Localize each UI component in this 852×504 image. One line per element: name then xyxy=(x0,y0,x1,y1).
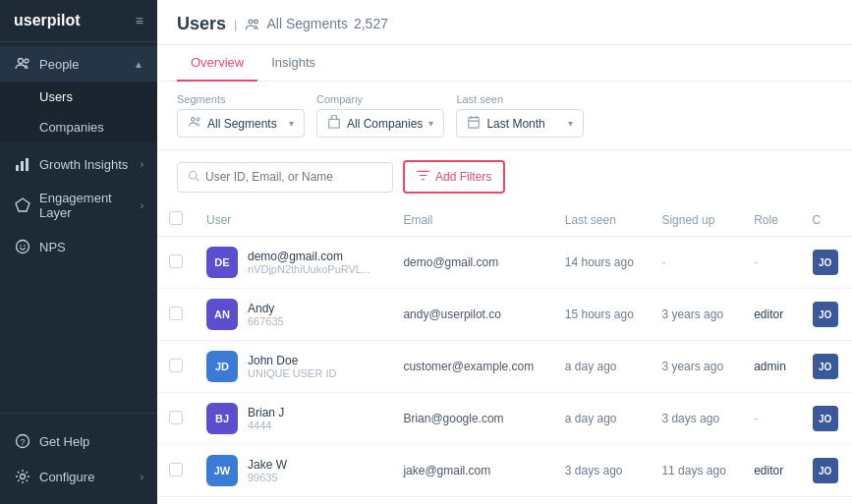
tabs-bar: Overview Insights xyxy=(157,45,852,82)
svg-rect-17 xyxy=(469,118,480,129)
collapse-button[interactable]: ≡ xyxy=(136,13,143,28)
filter-company: Company All Companies ▾ xyxy=(316,93,444,138)
svg-point-6 xyxy=(17,241,29,253)
action-button[interactable]: JO xyxy=(813,458,838,483)
last-seen-dropdown[interactable]: Last Month ▾ xyxy=(456,109,584,138)
row-last-seen-cell: a day ago xyxy=(553,393,651,445)
col-header-action: C xyxy=(801,203,852,237)
col-header-role: Role xyxy=(742,203,800,237)
row-last-seen-cell: 15 hours ago xyxy=(553,289,651,341)
row-email-cell: customer@example.com xyxy=(391,341,552,393)
company-dropdown[interactable]: All Companies ▾ xyxy=(316,109,444,138)
row-signed-up-cell: - xyxy=(650,237,742,289)
svg-point-8 xyxy=(24,245,26,247)
company-chevron-icon: ▾ xyxy=(428,118,433,129)
row-user-cell[interactable]: JD John Doe UNIQUE USER ID xyxy=(195,341,391,393)
user-info: Jake W 99635 xyxy=(248,458,287,483)
action-button[interactable]: JO xyxy=(813,302,838,327)
col-header-signed-up: Signed up xyxy=(650,203,742,237)
row-role-cell: - xyxy=(742,237,800,289)
row-checkbox-cell xyxy=(157,289,195,341)
row-checkbox[interactable] xyxy=(169,307,183,320)
svg-point-13 xyxy=(255,20,258,24)
row-checkbox-cell xyxy=(157,341,195,393)
tab-insights[interactable]: Insights xyxy=(257,45,329,82)
chevron-right-icon-2: › xyxy=(141,200,143,211)
select-all-col xyxy=(157,203,195,237)
search-input[interactable] xyxy=(205,170,382,184)
avatar: JD xyxy=(206,351,238,382)
sidebar-item-get-help[interactable]: ? Get Help xyxy=(0,423,157,459)
sidebar-logo: userpilot ≡ xyxy=(0,0,157,42)
sidebar-item-people[interactable]: People ▲ xyxy=(0,46,157,82)
help-icon: ? xyxy=(14,432,31,450)
user-id: 4444 xyxy=(248,420,284,431)
sidebar-item-nps[interactable]: NPS xyxy=(0,229,157,264)
row-checkbox[interactable] xyxy=(169,463,183,476)
row-checkbox[interactable] xyxy=(169,254,183,268)
sidebar-item-configure[interactable]: Configure › xyxy=(0,459,157,494)
sidebar-sub-items-people: Users Companies xyxy=(0,82,157,142)
signed-up-dash: - xyxy=(661,255,665,269)
sidebar-sub-item-companies[interactable]: Companies xyxy=(0,112,157,142)
svg-rect-16 xyxy=(329,119,340,128)
company-select-icon xyxy=(327,115,341,132)
sidebar-section-people: People ▲ Users Companies xyxy=(0,42,157,146)
sidebar-item-engagement-layer[interactable]: Engagement Layer › xyxy=(0,182,157,229)
action-button[interactable]: JO xyxy=(813,354,838,379)
row-email-cell: Brian@google.com xyxy=(391,393,552,445)
sidebar-item-nps-label: NPS xyxy=(39,240,143,254)
row-email-cell: demo@gmail.com xyxy=(391,237,552,289)
table-row: BJ Brian J 4444 Brian@google.com a day a… xyxy=(157,393,852,445)
svg-point-1 xyxy=(25,59,28,63)
svg-point-18 xyxy=(190,171,198,179)
row-signed-up-cell: 2 years ago xyxy=(650,497,742,505)
action-button[interactable]: JO xyxy=(813,406,838,431)
row-action-cell: JO xyxy=(801,393,852,445)
row-user-cell[interactable]: JW Jake W 99635 xyxy=(195,445,391,497)
avatar: AN xyxy=(206,299,238,330)
signed-up-value: 3 years ago xyxy=(661,360,723,373)
sidebar-bottom: ? Get Help Configure › xyxy=(0,413,157,504)
row-role-cell: admin xyxy=(742,341,800,393)
row-action-cell: JO xyxy=(801,497,852,505)
svg-point-12 xyxy=(249,20,253,24)
sidebar-item-growth-insights[interactable]: Growth Insights › xyxy=(0,146,157,182)
filter-segments: Segments All Segments ▾ xyxy=(177,93,305,138)
row-checkbox[interactable] xyxy=(169,359,183,372)
page-title: Users xyxy=(177,14,226,34)
chevron-right-icon-3: › xyxy=(141,472,143,482)
svg-text:?: ? xyxy=(20,437,25,447)
row-signed-up-cell: 3 days ago xyxy=(650,393,742,445)
sidebar-sub-item-users[interactable]: Users xyxy=(0,82,157,112)
row-user-cell[interactable]: SA Samantha 71142 xyxy=(195,497,391,505)
row-user-cell[interactable]: BJ Brian J 4444 xyxy=(195,393,391,445)
action-button[interactable]: JO xyxy=(813,250,838,275)
engagement-icon xyxy=(14,196,31,214)
row-user-cell[interactable]: DE demo@gmail.com nVDjpN2thiUukoPuRVL... xyxy=(195,237,391,289)
row-checkbox[interactable] xyxy=(169,411,183,424)
sidebar: userpilot ≡ People ▲ Users Companies xyxy=(0,0,157,504)
segment-label: All Segments xyxy=(266,16,347,31)
search-icon xyxy=(188,170,199,185)
row-action-cell: JO xyxy=(801,237,852,289)
row-last-seen-cell: 14 hours ago xyxy=(553,237,651,289)
signed-up-value: 11 days ago xyxy=(661,464,725,477)
table-header-row: User Email Last seen Signed up Role C xyxy=(157,203,852,237)
add-filters-button[interactable]: Add Filters xyxy=(403,160,505,194)
last-seen-select-value: Last Month xyxy=(486,117,544,131)
tab-overview[interactable]: Overview xyxy=(177,45,257,82)
search-input-wrap[interactable] xyxy=(177,162,393,193)
row-signed-up-cell: 3 years ago xyxy=(650,341,742,393)
users-table-wrap: User Email Last seen Signed up Role C DE… xyxy=(157,203,852,504)
svg-marker-5 xyxy=(16,198,29,211)
role-value: admin xyxy=(754,360,786,373)
row-user-cell[interactable]: AN Andy 667635 xyxy=(195,289,391,341)
svg-point-15 xyxy=(197,118,199,121)
user-name: demo@gmail.com xyxy=(248,250,370,263)
user-name: Andy xyxy=(248,302,284,315)
table-row: SA Samantha 71142 samantha@userpilot.co … xyxy=(157,497,852,505)
segments-dropdown[interactable]: All Segments ▾ xyxy=(177,109,305,138)
last-seen-chevron-icon: ▾ xyxy=(568,118,573,129)
select-all-checkbox[interactable] xyxy=(169,211,183,225)
